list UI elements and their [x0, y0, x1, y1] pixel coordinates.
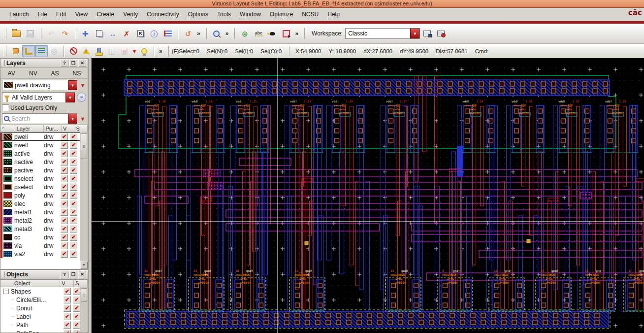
selectable-checkbox[interactable]: ✔ — [70, 217, 77, 224]
workspace-combo[interactable]: Classic▾ — [345, 28, 420, 39]
selectable-checkbox[interactable]: ✔ — [70, 250, 77, 258]
collapse-panel-button[interactable]: « — [77, 93, 86, 102]
repeat-button[interactable]: ↺ — [181, 27, 195, 40]
visible-checkbox[interactable]: ✔ — [64, 330, 71, 333]
visible-checkbox[interactable]: ✔ — [64, 296, 71, 303]
selectable-checkbox[interactable]: ✔ — [73, 321, 80, 329]
help-button[interactable]: ? — [61, 60, 68, 67]
visible-checkbox[interactable]: ✔ — [64, 288, 71, 295]
object-row-pathseg[interactable]: ┈PathSeg✔✔ — [0, 329, 80, 333]
wire-route-button[interactable] — [22, 45, 35, 57]
selectable-checkbox[interactable]: ✔ — [73, 296, 80, 303]
layer-row-pselect[interactable]: pselectdrw✔✔ — [0, 183, 80, 191]
object-row-path[interactable]: ┈Path✔✔ — [0, 321, 80, 329]
search-more-icon[interactable]: ▾ — [79, 115, 86, 122]
menu-file[interactable]: File — [33, 9, 51, 20]
layer-row-poly[interactable]: polydrw✔✔ — [0, 191, 80, 200]
panel-grip[interactable] — [2, 271, 5, 277]
layer-filter-combo[interactable]: All Valid Layers ▾ — [2, 92, 75, 102]
visible-checkbox[interactable]: ✔ — [61, 141, 68, 149]
visible-checkbox[interactable]: ✔ — [64, 313, 71, 320]
selectable-checkbox[interactable]: ✔ — [73, 330, 80, 333]
combo-dropdown-icon[interactable]: ▾ — [68, 114, 77, 124]
menu-connectivity[interactable]: Connectivity — [142, 9, 183, 20]
layer-row-nselect[interactable]: nselectdrw✔✔ — [0, 174, 80, 183]
selectable-checkbox[interactable]: ✔ — [70, 233, 77, 241]
object-row-shapes[interactable]: −Shapes✔✔ — [0, 287, 80, 296]
layer-row-elec[interactable]: elecdrw✔✔ — [0, 200, 80, 208]
menu-help[interactable]: Help — [323, 9, 344, 20]
create-label-button[interactable]: abc — [252, 27, 265, 40]
visible-checkbox[interactable]: ✔ — [61, 183, 68, 191]
scrollbar-thumb[interactable] — [81, 288, 87, 302]
menu-window[interactable]: Window — [235, 9, 265, 20]
combo-dropdown-icon[interactable]: ▾ — [65, 93, 75, 102]
layer-row-nactive[interactable]: nactivedrw✔✔ — [0, 158, 80, 166]
fill-style-button[interactable]: ▣ — [118, 45, 131, 57]
copy-button[interactable] — [92, 27, 106, 40]
layer-row-metal3[interactable]: metal3drw✔✔ — [0, 225, 80, 233]
layers-scrollbar[interactable]: ▼ — [80, 133, 88, 269]
visible-checkbox[interactable]: ✔ — [61, 150, 68, 157]
overflow-chevron-icon[interactable]: » — [224, 30, 231, 37]
save-button[interactable] — [23, 27, 37, 40]
objects-table-header[interactable]: ObjectVS — [0, 280, 88, 288]
toolbar-grip[interactable] — [204, 28, 207, 39]
create-pin-button[interactable] — [265, 27, 279, 40]
layer-tap-button[interactable] — [35, 45, 48, 57]
layers-table-header[interactable]: ^LayerPur...VS — [0, 125, 88, 133]
layer-search-input[interactable]: Search ▾ — [2, 113, 78, 124]
visible-checkbox[interactable]: ✔ — [61, 233, 68, 241]
layers-header-S[interactable]: S — [74, 125, 88, 133]
scrollbar-thumb[interactable] — [81, 133, 87, 159]
ruler-button[interactable] — [93, 45, 105, 57]
layers-tab-ns[interactable]: NS — [66, 70, 88, 77]
layer-row-cc[interactable]: ccdrw✔✔ — [0, 233, 80, 241]
menu-options[interactable]: Options — [184, 9, 213, 20]
toolbar-grip[interactable] — [3, 28, 6, 39]
layer-row-metal2[interactable]: metal2drw✔✔ — [0, 216, 80, 225]
layer-row-via[interactable]: viadrw✔✔ — [0, 241, 80, 250]
align-button[interactable] — [161, 27, 175, 40]
save-workspace-button[interactable] — [420, 27, 434, 40]
layers-header-Pur...[interactable]: Pur... — [44, 125, 61, 133]
layers-tab-nv[interactable]: NV — [22, 70, 44, 77]
menu-view[interactable]: View — [70, 9, 92, 20]
selectable-checkbox[interactable]: ✔ — [73, 304, 80, 312]
dock-splitter[interactable] — [88, 58, 92, 333]
menu-tools[interactable]: Tools — [213, 9, 235, 20]
rotate-button[interactable]: R — [133, 27, 147, 40]
selectable-checkbox[interactable]: ✔ — [70, 183, 77, 191]
toolbar-grip[interactable] — [302, 28, 305, 39]
layout-canvas-area[interactable]: vdd!1.18pmos4BPu=6uw=600nvdd!1.19pmos4BP… — [92, 58, 644, 333]
selectable-checkbox[interactable]: ✔ — [70, 242, 77, 249]
selectable-checkbox[interactable]: ✔ — [70, 133, 77, 140]
selectable-checkbox[interactable]: ✔ — [70, 200, 77, 207]
selectable-checkbox[interactable]: ✔ — [70, 141, 77, 149]
selectable-checkbox[interactable]: ✔ — [73, 313, 80, 320]
partial-select-button[interactable] — [9, 45, 22, 57]
create-instance-button[interactable]: ⊕ — [238, 27, 252, 40]
help-button[interactable]: ? — [61, 271, 68, 278]
toolbar-grip[interactable] — [3, 46, 6, 57]
visible-checkbox[interactable]: ✔ — [61, 192, 68, 199]
visible-checkbox[interactable]: ✔ — [61, 242, 68, 249]
tree-expander-icon[interactable]: − — [3, 289, 9, 294]
object-row-donut[interactable]: ┈Donut✔✔ — [0, 304, 80, 312]
overflow-chevron-icon[interactable]: » — [157, 48, 164, 55]
visible-checkbox[interactable]: ✔ — [61, 133, 68, 140]
used-layers-only-checkbox[interactable] — [2, 104, 9, 111]
properties-button[interactable]: ⓘ — [147, 27, 161, 40]
objects-scrollbar[interactable] — [80, 287, 88, 333]
selectable-checkbox[interactable]: ✔ — [73, 288, 80, 295]
visible-checkbox[interactable]: ✔ — [61, 158, 68, 166]
layer-row-pwell[interactable]: pwelldrw✔✔ — [0, 133, 80, 141]
layer-row-via2[interactable]: via2drw✔✔ — [0, 250, 80, 258]
stretch-button[interactable]: ↔ — [106, 27, 120, 40]
layer-row-nwell[interactable]: nwelldrw✔✔ — [0, 141, 80, 149]
toolbar-grip[interactable] — [38, 28, 41, 39]
float-button[interactable]: ❐ — [69, 60, 77, 67]
selectable-checkbox[interactable]: ✔ — [70, 166, 77, 174]
objects-header-s[interactable]: S — [74, 280, 88, 287]
scrollbar-down-button[interactable]: ▼ — [80, 262, 88, 269]
